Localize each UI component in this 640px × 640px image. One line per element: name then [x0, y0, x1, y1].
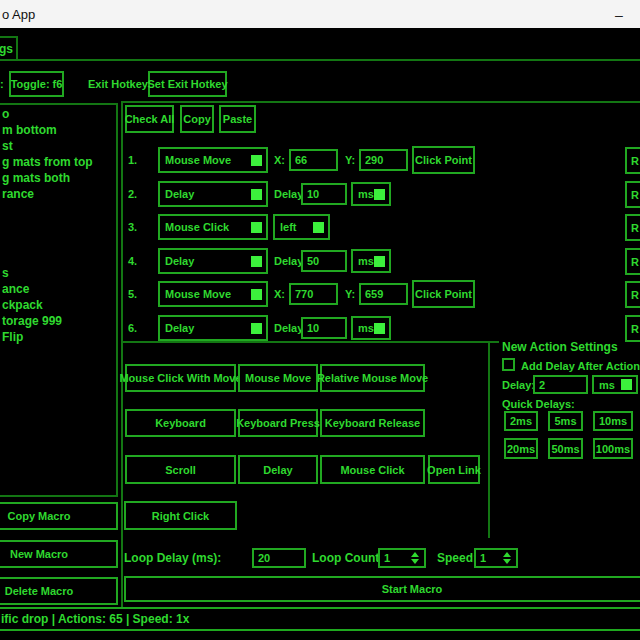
delete-macro-button[interactable]: Delete Macro	[0, 577, 118, 605]
quick-delay-20ms-button[interactable]: 20ms	[504, 438, 538, 459]
dropdown-indicator-icon	[251, 189, 262, 200]
delay-unit-dropdown-value: ms	[358, 322, 374, 334]
dropdown-indicator-icon	[251, 256, 262, 267]
remove-action-button[interactable]: R	[625, 281, 640, 308]
delay-unit-dropdown[interactable]: ms	[351, 182, 391, 206]
add-open-link-button[interactable]: Open Link	[428, 455, 480, 484]
action-type-dropdown[interactable]: Mouse Move	[158, 147, 268, 173]
loop-count-stepper[interactable]: 1	[378, 548, 426, 568]
y-label: Y:	[345, 154, 355, 166]
action-type-dropdown[interactable]: Mouse Move	[158, 281, 268, 307]
add-right-click-button[interactable]: Right Click	[124, 501, 237, 530]
loop-delay-label: Loop Delay (ms):	[124, 551, 221, 565]
action-row-number: 1.	[128, 154, 137, 166]
delay-unit-dropdown-value: ms	[358, 255, 374, 267]
action-row-number: 3.	[128, 221, 137, 233]
dropdown-indicator-icon	[251, 222, 262, 233]
click-point-button[interactable]: Click Point	[412, 146, 475, 174]
action-type-dropdown-value: Mouse Move	[165, 154, 231, 166]
dropdown-indicator-icon	[374, 323, 385, 334]
action-type-dropdown-value: Mouse Click	[165, 221, 229, 233]
dropdown-indicator-icon	[374, 189, 385, 200]
add-relative-mouse-move-button[interactable]: Relative Mouse Move	[320, 364, 425, 392]
click-point-button[interactable]: Click Point	[412, 280, 475, 308]
delay-unit-dropdown[interactable]: ms	[351, 249, 391, 273]
action-type-dropdown[interactable]: Delay	[158, 315, 268, 341]
delay-unit-dropdown[interactable]: ms	[351, 316, 391, 340]
app-window: o App – gs : Toggle: f6 Exit Hotkey: Set…	[0, 0, 640, 640]
dropdown-indicator-icon	[251, 289, 262, 300]
new-action-settings-title: New Action Settings	[502, 340, 618, 354]
quick-delays-label: Quick Delays:	[502, 398, 575, 410]
delay-unit-dropdown[interactable]: ms	[592, 375, 638, 394]
remove-action-button[interactable]: R	[625, 248, 640, 275]
status-text: ific drop | Actions: 65 | Speed: 1x	[1, 612, 189, 626]
remove-action-button[interactable]: R	[625, 214, 640, 241]
mouse-button-dropdown-value: left	[280, 221, 297, 233]
action-row-number: 5.	[128, 288, 137, 300]
speed-stepper[interactable]: 1	[474, 548, 518, 568]
remove-action-button[interactable]: R	[625, 315, 640, 342]
quick-delay-50ms-button[interactable]: 50ms	[548, 438, 583, 459]
add-mouse-click-button[interactable]: Mouse Click	[320, 455, 425, 484]
action-row-number: 4.	[128, 255, 137, 267]
delay-unit-value: ms	[599, 379, 615, 391]
add-delay-checkbox-label: Add Delay After Action	[521, 360, 640, 372]
action-type-dropdown-value: Delay	[165, 322, 194, 334]
add-mouse-move-button[interactable]: Mouse Move	[238, 364, 318, 392]
delay-input[interactable]: 2	[533, 375, 588, 394]
action-type-dropdown[interactable]: Mouse Click	[158, 214, 268, 240]
delay-unit-dropdown-value: ms	[358, 188, 374, 200]
quick-delay-2ms-button[interactable]: 2ms	[504, 411, 538, 431]
action-type-dropdown-value: Mouse Move	[165, 288, 231, 300]
x-input[interactable]: 770	[289, 283, 338, 305]
loop-delay-input[interactable]: 20	[252, 548, 306, 568]
dropdown-indicator-icon	[313, 222, 324, 233]
delay-input[interactable]: 10	[301, 183, 347, 205]
spinner-arrows-icon[interactable]	[501, 552, 513, 564]
speed-label: Speed:	[437, 551, 477, 565]
remove-action-button[interactable]: R	[625, 147, 640, 174]
y-label: Y:	[345, 288, 355, 300]
remove-action-button[interactable]: R	[625, 181, 640, 208]
quick-delay-10ms-button[interactable]: 10ms	[593, 411, 633, 431]
mouse-button-dropdown[interactable]: left	[273, 214, 330, 240]
delay-label: Delay:	[502, 379, 535, 391]
new-macro-button[interactable]: New Macro	[0, 540, 118, 568]
delay-input[interactable]: 10	[301, 317, 347, 339]
add-delay-button[interactable]: Delay	[238, 455, 318, 484]
copy-macro-button[interactable]: Copy Macro	[0, 502, 118, 530]
dropdown-indicator-icon	[251, 155, 262, 166]
delay-input[interactable]: 50	[301, 250, 347, 272]
action-list: 1.Mouse MoveX:66Y:290Click PointR2.Delay…	[0, 0, 640, 343]
delay-label: Delay	[274, 255, 303, 267]
action-row-number: 6.	[128, 322, 137, 334]
x-label: X:	[274, 154, 285, 166]
add-keyboard-release-button[interactable]: Keyboard Release	[320, 409, 425, 437]
y-input[interactable]: 659	[359, 283, 408, 305]
loop-count-label: Loop Count:	[312, 551, 383, 565]
add-delay-checkbox[interactable]	[502, 358, 515, 371]
settings-divider	[488, 343, 490, 538]
quick-delay-100ms-button[interactable]: 100ms	[593, 438, 633, 459]
speed-value: 1	[480, 552, 486, 564]
loop-count-value: 1	[384, 552, 390, 564]
quick-delay-5ms-button[interactable]: 5ms	[548, 411, 583, 431]
add-keyboard-button[interactable]: Keyboard	[125, 409, 236, 437]
add-keyboard-press-button[interactable]: Keyboard Press	[238, 409, 318, 437]
action-type-dropdown-value: Delay	[165, 255, 194, 267]
delay-label: Delay	[274, 322, 303, 334]
action-type-dropdown[interactable]: Delay	[158, 181, 268, 207]
delay-label: Delay	[274, 188, 303, 200]
dropdown-indicator-icon	[374, 256, 385, 267]
add-scroll-button[interactable]: Scroll	[125, 455, 236, 484]
start-macro-button[interactable]: Start Macro	[124, 576, 640, 602]
add-mouse-click-with-move-button[interactable]: Mouse Click With Move	[125, 364, 236, 392]
x-input[interactable]: 66	[289, 149, 338, 171]
y-input[interactable]: 290	[359, 149, 408, 171]
spinner-arrows-icon[interactable]	[409, 552, 421, 564]
action-type-dropdown-value: Delay	[165, 188, 194, 200]
action-type-dropdown[interactable]: Delay	[158, 248, 268, 274]
action-row-number: 2.	[128, 188, 137, 200]
action-list-bottom-border	[121, 341, 499, 343]
